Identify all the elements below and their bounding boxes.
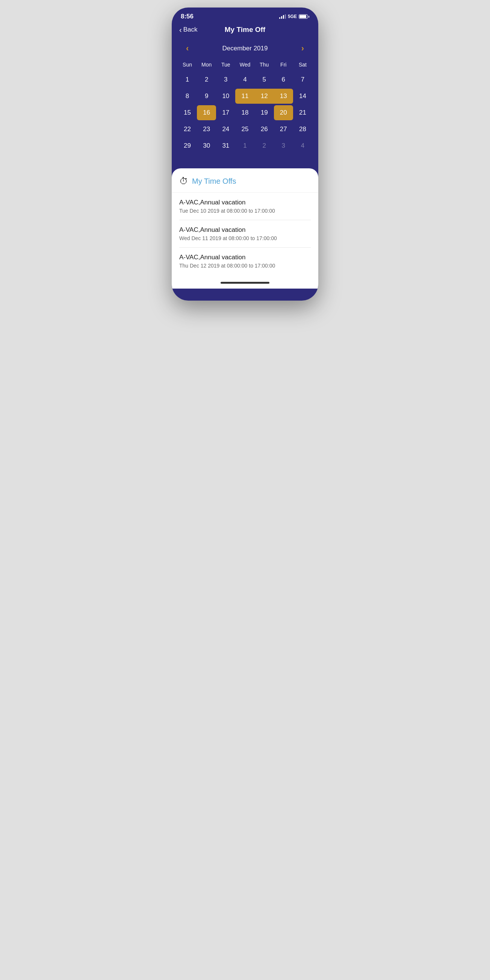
calendar-cell[interactable]: 29: [178, 138, 197, 153]
time-off-name: A-VAC,Annual vacation: [179, 226, 311, 234]
calendar-cell[interactable]: 30: [197, 138, 216, 153]
calendar-cell[interactable]: 19: [255, 105, 274, 120]
next-month-button[interactable]: ›: [298, 42, 307, 55]
page-header: ‹ Back My Time Off: [172, 22, 318, 40]
battery-icon: [299, 14, 309, 19]
phone-container: 8:56 5GE ‹ Back My Time Off ‹: [172, 8, 318, 301]
calendar-cell[interactable]: 24: [216, 122, 235, 137]
calendar-cell[interactable]: 4: [293, 138, 312, 153]
month-title: December 2019: [223, 45, 268, 52]
calendar-cell[interactable]: 26: [255, 122, 274, 137]
calendar-cell[interactable]: 10: [216, 89, 235, 104]
calendar-cell[interactable]: 3: [274, 138, 293, 153]
calendar-nav: ‹ December 2019 ›: [172, 40, 318, 60]
calendar-cell[interactable]: 23: [197, 122, 216, 137]
day-name-sat: Sat: [293, 60, 312, 69]
day-name-mon: Mon: [197, 60, 216, 69]
calendar-cell[interactable]: 1: [178, 72, 197, 87]
time-off-name: A-VAC,Annual vacation: [179, 254, 311, 261]
prev-month-button[interactable]: ‹: [183, 42, 192, 55]
status-time: 8:56: [181, 13, 194, 20]
calendar-cell[interactable]: 14: [293, 89, 312, 104]
day-name-thu: Thu: [255, 60, 274, 69]
day-name-tue: Tue: [216, 60, 235, 69]
calendar-cell[interactable]: 27: [274, 122, 293, 137]
calendar-cell[interactable]: 3: [216, 72, 235, 87]
signal-5g-label: 5GE: [288, 14, 297, 19]
calendar-cell[interactable]: 12: [255, 89, 274, 104]
calendar-grid: 1234567891011121314151617181920212223242…: [178, 72, 312, 153]
calendar-cell[interactable]: 17: [216, 105, 235, 120]
calendar-cell[interactable]: 2: [197, 72, 216, 87]
back-button[interactable]: ‹ Back: [179, 25, 197, 34]
home-indicator: [172, 275, 318, 288]
calendar-cell[interactable]: 8: [178, 89, 197, 104]
back-label: Back: [183, 26, 198, 33]
time-off-name: A-VAC,Annual vacation: [179, 199, 311, 206]
time-off-date: Wed Dec 11 2019 at 08:00:00 to 17:00:00: [179, 235, 311, 241]
status-icons: 5GE: [279, 14, 309, 19]
calendar-cell[interactable]: 16: [197, 105, 216, 120]
time-off-date: Thu Dec 12 2019 at 08:00:00 to 17:00:00: [179, 262, 311, 269]
page-title: My Time Off: [225, 25, 265, 34]
clock-icon: ⏱: [179, 176, 188, 186]
calendar-cell[interactable]: 2: [255, 138, 274, 153]
time-off-list: A-VAC,Annual vacationTue Dec 10 2019 at …: [172, 193, 318, 275]
calendar-cell[interactable]: 22: [178, 122, 197, 137]
calendar-cell[interactable]: 5: [255, 72, 274, 87]
time-off-item[interactable]: A-VAC,Annual vacationWed Dec 11 2019 at …: [179, 220, 311, 248]
time-off-date: Tue Dec 10 2019 at 08:00:00 to 17:00:00: [179, 208, 311, 214]
calendar-cell[interactable]: 18: [235, 105, 255, 120]
calendar-cell[interactable]: 20: [274, 105, 293, 120]
back-chevron-icon: ‹: [179, 25, 182, 34]
day-name-fri: Fri: [274, 60, 293, 69]
signal-icon: [279, 14, 286, 19]
calendar-cell[interactable]: 21: [293, 105, 312, 120]
bottom-sheet-header: ⏱ My Time Offs: [172, 176, 318, 193]
calendar-cell[interactable]: 4: [235, 72, 255, 87]
calendar-cell[interactable]: 13: [274, 89, 293, 104]
home-bar: [221, 282, 269, 284]
day-name-sun: Sun: [178, 60, 197, 69]
calendar-cell[interactable]: 1: [235, 138, 255, 153]
bottom-sheet-title: My Time Offs: [192, 177, 236, 186]
time-off-item[interactable]: A-VAC,Annual vacationTue Dec 10 2019 at …: [179, 193, 311, 220]
day-name-wed: Wed: [235, 60, 255, 69]
bottom-sheet: ⏱ My Time Offs A-VAC,Annual vacationTue …: [172, 169, 318, 289]
time-off-item[interactable]: A-VAC,Annual vacationThu Dec 12 2019 at …: [179, 248, 311, 275]
calendar-cell[interactable]: 11: [235, 89, 255, 104]
calendar-cell[interactable]: 7: [293, 72, 312, 87]
calendar-cell[interactable]: 6: [274, 72, 293, 87]
calendar-cell[interactable]: 15: [178, 105, 197, 120]
calendar-header: SunMonTueWedThuFriSat: [178, 60, 312, 69]
calendar-cell[interactable]: 25: [235, 122, 255, 137]
status-bar: 8:56 5GE: [172, 8, 318, 22]
calendar: SunMonTueWedThuFriSat 123456789101112131…: [172, 60, 318, 153]
calendar-cell[interactable]: 31: [216, 138, 235, 153]
calendar-cell[interactable]: 9: [197, 89, 216, 104]
calendar-cell[interactable]: 28: [293, 122, 312, 137]
